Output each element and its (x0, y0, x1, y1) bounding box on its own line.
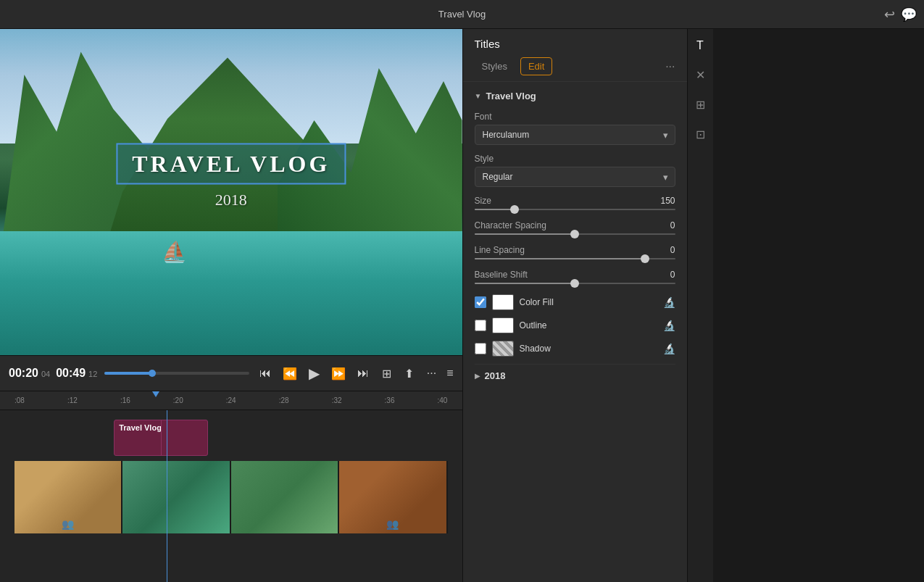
outline-swatch[interactable] (492, 317, 514, 333)
size-label: Size (475, 196, 491, 206)
titles-icon[interactable]: T (692, 35, 708, 57)
thumbnail-clip-4[interactable]: 👥 (339, 461, 447, 533)
style-row: Style Regular (475, 154, 675, 187)
baseline-shift-slider-thumb[interactable] (570, 279, 579, 288)
step-forward-button[interactable]: ⏩ (328, 364, 349, 383)
size-slider-thumb[interactable] (510, 205, 519, 214)
shadow-checkbox[interactable] (475, 343, 486, 354)
color-fill-checkbox[interactable] (475, 296, 486, 308)
character-spacing-slider-thumb[interactable] (570, 230, 579, 238)
size-slider-track[interactable] (475, 209, 675, 210)
section-chevron-icon[interactable]: ▼ (475, 92, 482, 100)
progress-bar[interactable] (104, 372, 249, 375)
right-icon-bar: T ✕ ⊞ ⊡ (687, 29, 713, 582)
outline-row: Outline 🔬 (475, 317, 675, 333)
character-spacing-row: Character Spacing 0 (475, 220, 675, 235)
grid-icon[interactable]: ⊞ (691, 93, 709, 116)
skip-to-start-button[interactable]: ⏮ (257, 364, 274, 383)
skip-to-end-button[interactable]: ⏭ (354, 364, 372, 383)
thumbnail-clip-1[interactable]: 👥 (14, 461, 122, 533)
baseline-shift-label: Baseline Shift (475, 270, 528, 280)
font-label: Font (475, 112, 675, 122)
video-thumbnails: 👥 👥 (14, 461, 448, 533)
undo-icon[interactable]: ↩ (884, 7, 895, 22)
share-icon[interactable]: ⬆ (401, 364, 417, 383)
ruler-mark: :16 (120, 396, 130, 404)
current-time: 00:20 (9, 367, 38, 380)
timeline-ruler: :08 :12 :16 :20 :24 :28 :32 :36 :40 (0, 391, 462, 410)
thumbnail-clip-3[interactable] (231, 461, 339, 533)
baseline-shift-value: 0 (670, 270, 675, 280)
video-preview: TRAVEL VLOG 2018 ⛵ (0, 29, 462, 355)
playback-controls: ⏮ ⏪ ▶ ⏩ ⏭ (257, 362, 372, 385)
outline-checkbox[interactable] (475, 320, 486, 331)
character-spacing-value: 0 (670, 220, 675, 230)
content-with-sidebar: Titles Styles Edit ··· ▼ Travel Vlog Fon… (462, 29, 925, 582)
comment-icon[interactable]: 💬 (901, 7, 917, 22)
character-spacing-slider-track[interactable] (475, 233, 675, 235)
section-2018[interactable]: ▶ 2018 (475, 364, 675, 387)
water-layer (0, 231, 462, 355)
panel-title: Titles (475, 38, 675, 50)
panel-tabs: Styles Edit ··· (475, 57, 675, 75)
style-select-wrapper: Regular (475, 167, 675, 187)
baseline-shift-slider-track[interactable] (475, 283, 675, 284)
thumbnail-clip-2[interactable] (122, 461, 230, 533)
view-mode-icon[interactable]: ⊞ (379, 364, 394, 383)
remove-icon[interactable]: ✕ (691, 64, 709, 86)
style-label: Style (475, 154, 675, 164)
video-background: TRAVEL VLOG 2018 ⛵ (0, 29, 462, 355)
right-controls: ⊞ ⬆ ··· ≡ (379, 364, 454, 383)
tab-styles[interactable]: Styles (475, 58, 515, 75)
progress-fill (104, 372, 152, 375)
tab-edit[interactable]: Edit (520, 57, 552, 75)
baseline-shift-row: Baseline Shift 0 (475, 270, 675, 284)
total-frames: 12 (88, 370, 97, 378)
title-clip[interactable]: Travel Vlog (114, 420, 208, 456)
line-spacing-slider-fill (475, 258, 645, 259)
line-spacing-row: Line Spacing 0 (475, 245, 675, 259)
timeline-tracks: Travel Vlog 👥 👥 (0, 410, 462, 582)
section-2018-title: 2018 (485, 370, 506, 381)
app-title: Travel Vlog (438, 9, 486, 20)
shadow-label: Shadow (520, 344, 657, 354)
video-title-overlay: TRAVEL VLOG 2018 (116, 143, 346, 209)
font-select-wrapper: Herculanum (475, 125, 675, 145)
step-back-button[interactable]: ⏪ (280, 364, 300, 383)
ruler-mark: :32 (332, 396, 342, 404)
size-value: 150 (660, 196, 675, 206)
total-time: 00:49 (56, 367, 86, 380)
line-spacing-slider-track[interactable] (475, 258, 675, 259)
boat-graphic: ⛵ (162, 240, 187, 264)
timeline-area: :08 :12 :16 :20 :24 :28 :32 :36 :40 Trav… (0, 391, 462, 582)
font-select[interactable]: Herculanum (475, 125, 675, 145)
play-button[interactable]: ▶ (306, 362, 322, 385)
outline-eyedropper-icon[interactable]: 🔬 (663, 320, 675, 331)
title-track: Travel Vlog (14, 416, 448, 458)
crop-icon[interactable]: ⊡ (691, 123, 709, 146)
ruler-mark: :36 (385, 396, 395, 404)
color-fill-eyedropper-icon[interactable]: 🔬 (663, 296, 675, 308)
shadow-swatch[interactable] (492, 341, 514, 357)
character-spacing-slider-fill (475, 233, 575, 235)
style-select[interactable]: Regular (475, 167, 675, 187)
shadow-eyedropper-icon[interactable]: 🔬 (663, 343, 675, 354)
section-2018-chevron-icon[interactable]: ▶ (475, 372, 480, 380)
title-box: TRAVEL VLOG (116, 143, 346, 184)
more-icon[interactable]: ··· (424, 364, 439, 383)
current-frames: 04 (41, 370, 50, 378)
color-fill-swatch[interactable] (492, 294, 514, 310)
outline-label: Outline (520, 320, 657, 331)
ruler-mark: :28 (279, 396, 289, 404)
playback-bar: 00:20 04 00:49 12 ⏮ ⏪ ▶ ⏩ ⏭ ⊞ ⬆ ··· (0, 355, 462, 391)
video-subtitle-text: 2018 (116, 190, 346, 209)
progress-thumb (149, 370, 156, 377)
panel-header: Titles Styles Edit ··· (463, 29, 687, 82)
playhead-flag (152, 391, 159, 397)
line-spacing-slider-thumb[interactable] (641, 254, 649, 263)
size-slider-fill (475, 209, 515, 210)
top-bar: Travel Vlog ↩ 💬 (0, 0, 924, 29)
hamburger-icon[interactable]: ≡ (446, 367, 453, 380)
more-button[interactable]: ··· (665, 60, 675, 73)
video-section: TRAVEL VLOG 2018 ⛵ 00:20 04 00:49 12 (0, 29, 462, 582)
